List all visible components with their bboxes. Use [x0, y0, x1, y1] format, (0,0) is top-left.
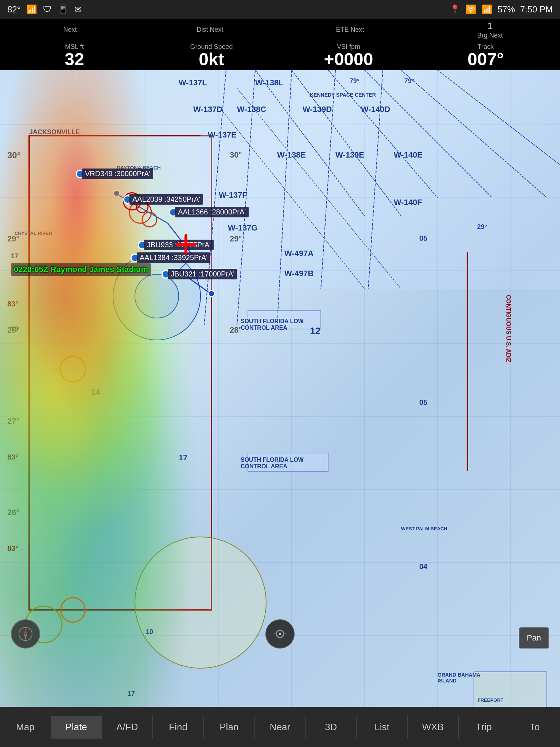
battery-percent: 57% — [498, 4, 515, 15]
svg-line-23 — [368, 70, 383, 289]
svg-line-24 — [255, 70, 365, 216]
compass-button[interactable] — [11, 619, 40, 649]
svg-point-17 — [135, 274, 179, 318]
message-icon: ✉ — [74, 4, 82, 15]
location-icon: 📍 — [450, 4, 460, 15]
svg-rect-18 — [201, 70, 560, 289]
pan-button[interactable]: Pan — [519, 627, 549, 649]
svg-line-26 — [328, 70, 438, 198]
nav-next[interactable]: Next — [0, 26, 140, 34]
temperature: 82° — [7, 4, 20, 15]
flight-data-bar: MSL ft 32 Ground Speed 0kt VSI fpm +0000… — [0, 41, 560, 70]
vrd349-label: VRD349 :30000PrA' — [82, 169, 153, 179]
svg-rect-34 — [248, 453, 328, 471]
nav-dist-next[interactable]: Dist Next — [140, 26, 280, 34]
nav-ete-next[interactable]: ETE Next — [280, 26, 420, 34]
aal1366-label: AAL1366 :28000PrA' — [175, 207, 249, 217]
nav-plate[interactable]: Plate — [51, 716, 102, 739]
svg-line-20 — [237, 70, 255, 325]
svg-point-45 — [114, 190, 120, 196]
ground-speed: Ground Speed 0kt — [143, 43, 280, 68]
msl-altitude: MSL ft 32 — [6, 43, 143, 68]
wifi-strength-icon: 🛜 — [466, 4, 477, 15]
aal1384-label: AAL1384 :33925PrA' — [137, 252, 210, 263]
svg-line-28 — [401, 70, 547, 198]
nav-find[interactable]: Find — [153, 716, 204, 739]
gps-center-button[interactable] — [265, 619, 295, 649]
nav-3d[interactable]: 3D — [306, 716, 357, 739]
svg-marker-52 — [24, 634, 27, 640]
svg-point-54 — [279, 633, 281, 635]
svg-point-39 — [135, 537, 266, 668]
jbu321-label: JBU321 :17000PrA' — [168, 269, 237, 279]
nav-plan[interactable]: Plan — [204, 716, 255, 739]
nav-afd[interactable]: A/FD — [102, 716, 153, 739]
bottom-nav: Map Plate A/FD Find Plan Near 3D List WX… — [0, 707, 560, 747]
location-label: 0220:05Z Raymond James Stadium — [11, 263, 151, 276]
sim-icon: 📱 — [58, 4, 69, 15]
svg-point-38 — [60, 356, 86, 382]
nav-to[interactable]: To — [509, 716, 560, 739]
nav-trip[interactable]: Trip — [459, 716, 510, 739]
svg-line-30 — [219, 107, 365, 289]
status-left: 82° 📶 🛡 📱 ✉ — [7, 4, 82, 15]
aal2039-label: AAL2039 :34250PrA' — [129, 194, 203, 205]
track: Track 007° — [417, 43, 554, 68]
svg-point-36 — [129, 201, 151, 223]
svg-rect-32 — [467, 252, 468, 471]
svg-line-27 — [365, 70, 492, 198]
vsi: VSI fpm +0000 — [280, 43, 417, 68]
nav-brg-next[interactable]: 1 Brg Next — [420, 20, 560, 40]
svg-line-21 — [277, 70, 292, 325]
svg-marker-51 — [24, 628, 27, 634]
top-nav: Next Dist Next ETE Next 1 Brg Next — [0, 19, 560, 41]
chart-background — [0, 70, 560, 707]
map-area[interactable]: W-137L W-138L W-137D W-138C W-139D W-140… — [0, 70, 560, 707]
status-right: 📍 🛜 📶 57% 7:50 PM — [450, 4, 553, 15]
wifi-icon: 🛡 — [43, 4, 52, 15]
nav-wxb[interactable]: WXB — [408, 716, 459, 739]
status-bar: 82° 📶 🛡 📱 ✉ 📍 🛜 📶 57% 7:50 PM — [0, 0, 560, 19]
svg-line-31 — [237, 88, 401, 289]
svg-rect-33 — [248, 311, 321, 329]
nav-map[interactable]: Map — [0, 716, 51, 739]
svg-line-25 — [292, 70, 401, 216]
signal-icon: 📶 — [26, 4, 37, 15]
svg-point-37 — [142, 212, 157, 227]
nav-list[interactable]: List — [357, 716, 408, 739]
svg-point-47 — [209, 291, 214, 297]
svg-line-19 — [204, 70, 226, 325]
svg-rect-40 — [474, 672, 547, 707]
svg-line-29 — [438, 70, 560, 165]
nav-near[interactable]: Near — [255, 716, 306, 739]
clock: 7:50 PM — [520, 4, 553, 15]
svg-line-22 — [321, 70, 335, 289]
cell-signal-icon: 📶 — [482, 4, 493, 15]
